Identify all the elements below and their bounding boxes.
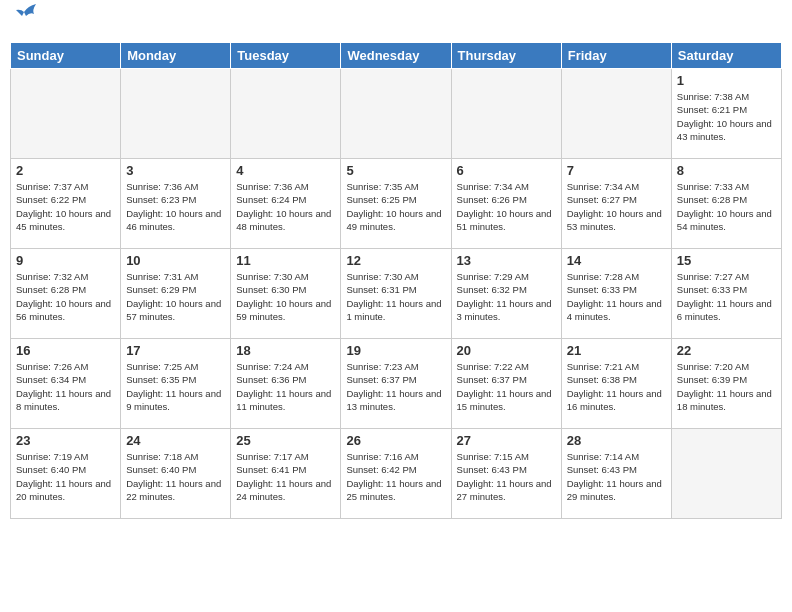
day-number: 1 [677,73,776,88]
day-number: 11 [236,253,335,268]
calendar-cell: 18Sunrise: 7:24 AM Sunset: 6:36 PM Dayli… [231,339,341,429]
calendar-cell: 20Sunrise: 7:22 AM Sunset: 6:37 PM Dayli… [451,339,561,429]
day-info: Sunrise: 7:24 AM Sunset: 6:36 PM Dayligh… [236,360,335,413]
weekday-header: Monday [121,43,231,69]
calendar-cell: 23Sunrise: 7:19 AM Sunset: 6:40 PM Dayli… [11,429,121,519]
weekday-header: Sunday [11,43,121,69]
day-info: Sunrise: 7:34 AM Sunset: 6:26 PM Dayligh… [457,180,556,233]
weekday-header: Wednesday [341,43,451,69]
day-info: Sunrise: 7:36 AM Sunset: 6:24 PM Dayligh… [236,180,335,233]
day-info: Sunrise: 7:20 AM Sunset: 6:39 PM Dayligh… [677,360,776,413]
day-number: 19 [346,343,445,358]
weekday-header: Thursday [451,43,561,69]
logo-bird-icon [16,4,38,22]
calendar-cell [231,69,341,159]
calendar-cell [121,69,231,159]
day-number: 16 [16,343,115,358]
day-info: Sunrise: 7:19 AM Sunset: 6:40 PM Dayligh… [16,450,115,503]
day-number: 13 [457,253,556,268]
day-info: Sunrise: 7:18 AM Sunset: 6:40 PM Dayligh… [126,450,225,503]
day-info: Sunrise: 7:14 AM Sunset: 6:43 PM Dayligh… [567,450,666,503]
calendar-table: SundayMondayTuesdayWednesdayThursdayFrid… [10,42,782,519]
day-number: 12 [346,253,445,268]
calendar-cell [671,429,781,519]
week-row-4: 16Sunrise: 7:26 AM Sunset: 6:34 PM Dayli… [11,339,782,429]
day-number: 23 [16,433,115,448]
day-info: Sunrise: 7:16 AM Sunset: 6:42 PM Dayligh… [346,450,445,503]
day-number: 20 [457,343,556,358]
day-info: Sunrise: 7:34 AM Sunset: 6:27 PM Dayligh… [567,180,666,233]
calendar-header-row: SundayMondayTuesdayWednesdayThursdayFrid… [11,43,782,69]
day-info: Sunrise: 7:27 AM Sunset: 6:33 PM Dayligh… [677,270,776,323]
calendar-cell: 25Sunrise: 7:17 AM Sunset: 6:41 PM Dayli… [231,429,341,519]
calendar-cell: 1Sunrise: 7:38 AM Sunset: 6:21 PM Daylig… [671,69,781,159]
day-info: Sunrise: 7:26 AM Sunset: 6:34 PM Dayligh… [16,360,115,413]
day-number: 9 [16,253,115,268]
calendar-cell: 12Sunrise: 7:30 AM Sunset: 6:31 PM Dayli… [341,249,451,339]
calendar-cell: 7Sunrise: 7:34 AM Sunset: 6:27 PM Daylig… [561,159,671,249]
calendar-cell: 11Sunrise: 7:30 AM Sunset: 6:30 PM Dayli… [231,249,341,339]
week-row-2: 2Sunrise: 7:37 AM Sunset: 6:22 PM Daylig… [11,159,782,249]
calendar-cell: 27Sunrise: 7:15 AM Sunset: 6:43 PM Dayli… [451,429,561,519]
calendar-cell: 28Sunrise: 7:14 AM Sunset: 6:43 PM Dayli… [561,429,671,519]
calendar-cell: 4Sunrise: 7:36 AM Sunset: 6:24 PM Daylig… [231,159,341,249]
calendar-cell: 26Sunrise: 7:16 AM Sunset: 6:42 PM Dayli… [341,429,451,519]
calendar-cell: 8Sunrise: 7:33 AM Sunset: 6:28 PM Daylig… [671,159,781,249]
day-info: Sunrise: 7:17 AM Sunset: 6:41 PM Dayligh… [236,450,335,503]
calendar-cell: 15Sunrise: 7:27 AM Sunset: 6:33 PM Dayli… [671,249,781,339]
day-info: Sunrise: 7:21 AM Sunset: 6:38 PM Dayligh… [567,360,666,413]
day-number: 28 [567,433,666,448]
day-info: Sunrise: 7:36 AM Sunset: 6:23 PM Dayligh… [126,180,225,233]
day-number: 15 [677,253,776,268]
calendar-cell: 16Sunrise: 7:26 AM Sunset: 6:34 PM Dayli… [11,339,121,429]
day-number: 14 [567,253,666,268]
page-header [10,10,782,34]
day-number: 24 [126,433,225,448]
calendar-cell [451,69,561,159]
calendar-cell [341,69,451,159]
day-number: 10 [126,253,225,268]
weekday-header: Tuesday [231,43,341,69]
day-number: 7 [567,163,666,178]
day-number: 5 [346,163,445,178]
calendar-cell: 2Sunrise: 7:37 AM Sunset: 6:22 PM Daylig… [11,159,121,249]
day-number: 2 [16,163,115,178]
day-info: Sunrise: 7:25 AM Sunset: 6:35 PM Dayligh… [126,360,225,413]
day-info: Sunrise: 7:37 AM Sunset: 6:22 PM Dayligh… [16,180,115,233]
day-number: 21 [567,343,666,358]
day-info: Sunrise: 7:29 AM Sunset: 6:32 PM Dayligh… [457,270,556,323]
calendar-cell: 22Sunrise: 7:20 AM Sunset: 6:39 PM Dayli… [671,339,781,429]
day-info: Sunrise: 7:32 AM Sunset: 6:28 PM Dayligh… [16,270,115,323]
day-number: 8 [677,163,776,178]
week-row-1: 1Sunrise: 7:38 AM Sunset: 6:21 PM Daylig… [11,69,782,159]
weekday-header: Saturday [671,43,781,69]
day-info: Sunrise: 7:33 AM Sunset: 6:28 PM Dayligh… [677,180,776,233]
day-number: 6 [457,163,556,178]
calendar-cell: 3Sunrise: 7:36 AM Sunset: 6:23 PM Daylig… [121,159,231,249]
day-info: Sunrise: 7:28 AM Sunset: 6:33 PM Dayligh… [567,270,666,323]
calendar-cell: 13Sunrise: 7:29 AM Sunset: 6:32 PM Dayli… [451,249,561,339]
day-number: 4 [236,163,335,178]
calendar-cell: 19Sunrise: 7:23 AM Sunset: 6:37 PM Dayli… [341,339,451,429]
logo [14,10,38,34]
calendar-cell: 9Sunrise: 7:32 AM Sunset: 6:28 PM Daylig… [11,249,121,339]
day-number: 3 [126,163,225,178]
calendar-cell [561,69,671,159]
day-number: 18 [236,343,335,358]
weekday-header: Friday [561,43,671,69]
week-row-3: 9Sunrise: 7:32 AM Sunset: 6:28 PM Daylig… [11,249,782,339]
day-info: Sunrise: 7:35 AM Sunset: 6:25 PM Dayligh… [346,180,445,233]
calendar-cell: 14Sunrise: 7:28 AM Sunset: 6:33 PM Dayli… [561,249,671,339]
day-info: Sunrise: 7:30 AM Sunset: 6:31 PM Dayligh… [346,270,445,323]
day-info: Sunrise: 7:23 AM Sunset: 6:37 PM Dayligh… [346,360,445,413]
day-number: 26 [346,433,445,448]
day-info: Sunrise: 7:31 AM Sunset: 6:29 PM Dayligh… [126,270,225,323]
calendar-cell [11,69,121,159]
day-number: 17 [126,343,225,358]
day-info: Sunrise: 7:38 AM Sunset: 6:21 PM Dayligh… [677,90,776,143]
calendar-cell: 24Sunrise: 7:18 AM Sunset: 6:40 PM Dayli… [121,429,231,519]
calendar-cell: 17Sunrise: 7:25 AM Sunset: 6:35 PM Dayli… [121,339,231,429]
day-number: 27 [457,433,556,448]
day-info: Sunrise: 7:15 AM Sunset: 6:43 PM Dayligh… [457,450,556,503]
week-row-5: 23Sunrise: 7:19 AM Sunset: 6:40 PM Dayli… [11,429,782,519]
